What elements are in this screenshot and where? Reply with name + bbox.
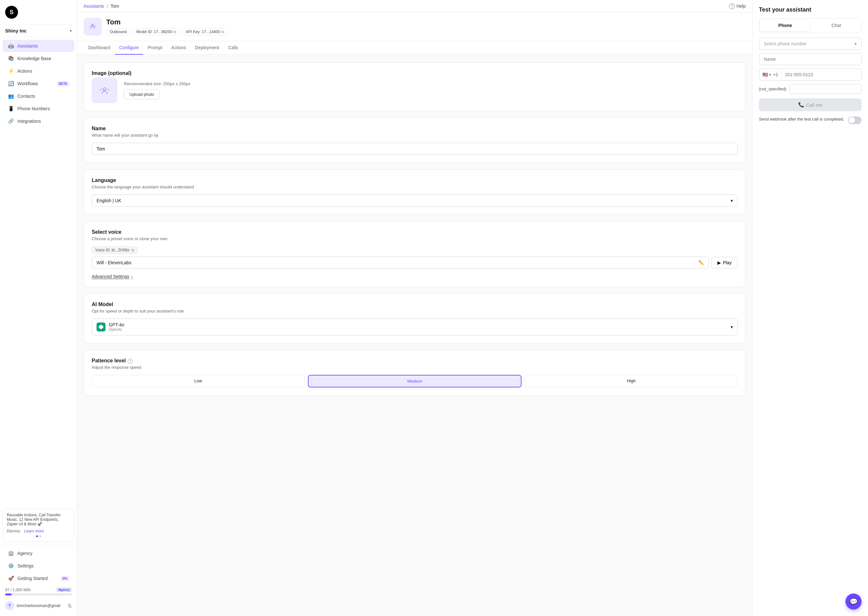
phone-number-input[interactable] bbox=[782, 69, 861, 80]
ai-model-title: AI Model bbox=[92, 302, 738, 307]
sidebar: S Shiny Inc ▾ 🤖 Assistants 📚 Knowledge B… bbox=[0, 0, 77, 616]
sidebar-item-label: Phone Numbers bbox=[17, 106, 50, 111]
sidebar-nav: 🤖 Assistants 📚 Knowledge Base ⚡ Actions … bbox=[0, 37, 77, 506]
configure-content: Image (optional) Recommended size: 250px… bbox=[77, 55, 752, 616]
sidebar-item-label: Assistants bbox=[17, 43, 38, 49]
api-key-copy-icon[interactable]: ⧉ bbox=[221, 30, 224, 34]
svg-point-2 bbox=[103, 88, 106, 90]
patience-info-icon[interactable]: ? bbox=[128, 359, 133, 364]
model-id-tag: Model ID: 17...98200 ⧉ bbox=[133, 28, 180, 35]
sidebar-item-contacts[interactable]: 👥 Contacts bbox=[3, 90, 74, 102]
agency-icon: 🏢 bbox=[8, 550, 14, 556]
sidebar-item-actions[interactable]: ⚡ Actions bbox=[3, 65, 74, 77]
patience-option-1[interactable]: Low bbox=[92, 375, 305, 387]
tab-actions[interactable]: Actions bbox=[167, 41, 191, 55]
webhook-toggle[interactable] bbox=[848, 116, 862, 124]
sidebar-item-integrations[interactable]: 🔗 Integrations bbox=[3, 115, 74, 127]
user-row[interactable]: T tomcharlesosman@gmail ⇅ bbox=[0, 598, 77, 613]
chat-bubble-button[interactable]: 💬 bbox=[846, 594, 862, 610]
patience-option-3[interactable]: High bbox=[525, 375, 738, 387]
image-section: Image (optional) Recommended size: 250px… bbox=[83, 62, 746, 111]
breadcrumb-parent[interactable]: Assistants bbox=[83, 3, 104, 9]
sidebar-item-agency[interactable]: 🏢 Agency bbox=[3, 547, 74, 559]
country-flag-select[interactable]: 🇺🇸 ▾ +1 bbox=[759, 69, 782, 80]
sidebar-item-label: Agency bbox=[17, 551, 33, 556]
promo-card: Reusable Actions, Call Transfer Music, 1… bbox=[3, 509, 74, 541]
phone-select-dropdown[interactable]: Select phone number ▾ bbox=[759, 38, 862, 50]
ai-model-selector[interactable]: GPT-4o OpenAI ▾ bbox=[92, 319, 738, 335]
sidebar-item-label: Integrations bbox=[17, 119, 41, 124]
sidebar-bottom: 🏢 Agency ⚙️ Settings 🚀 Getting Started 0… bbox=[0, 544, 77, 616]
webhook-text: Send webhook after the test call is comp… bbox=[759, 116, 845, 122]
usage-label-text: 97 / 1,000 MIN bbox=[5, 588, 31, 592]
patience-section: Patience level ? Adjust the response spe… bbox=[83, 350, 746, 396]
country-code: +1 bbox=[773, 72, 778, 77]
not-specified-input[interactable] bbox=[789, 84, 862, 94]
caller-name-input[interactable] bbox=[759, 53, 862, 65]
dot-2 bbox=[39, 535, 41, 537]
tab-prompt[interactable]: Prompt bbox=[143, 41, 167, 55]
test-tab-phone[interactable]: Phone bbox=[760, 20, 810, 31]
panel-title: Test your assistant bbox=[759, 6, 862, 13]
phone-select-placeholder: Select phone number bbox=[764, 41, 807, 46]
voice-id-copy-icon[interactable]: ⧉ bbox=[132, 248, 134, 252]
sidebar-item-getting-started[interactable]: 🚀 Getting Started 0% bbox=[3, 572, 74, 585]
upload-photo-button[interactable]: Upload photo bbox=[124, 90, 159, 99]
agency-badge: Agency bbox=[56, 588, 72, 592]
tab-dashboard[interactable]: Dashboard bbox=[83, 41, 115, 55]
voice-input[interactable]: Will - ElevenLabs ✏️ bbox=[92, 256, 709, 269]
test-tab-chat[interactable]: Chat bbox=[811, 19, 862, 32]
content-area: Assistants / Tom ? Help Tom bbox=[77, 0, 752, 616]
usage-section: 97 / 1,000 MIN Agency bbox=[0, 585, 77, 598]
beta-badge: BETA bbox=[57, 81, 69, 86]
phone-input-row: 🇺🇸 ▾ +1 bbox=[759, 69, 862, 81]
configure-tabs: Dashboard Configure Prompt Actions Deplo… bbox=[77, 41, 752, 55]
play-button[interactable]: ▶ Play bbox=[711, 257, 738, 269]
name-section-title: Name bbox=[92, 126, 738, 132]
assistant-avatar bbox=[83, 18, 102, 36]
user-avatar: T bbox=[5, 601, 14, 610]
api-key-tag: API Key: 17...14400 ⧉ bbox=[182, 28, 227, 35]
language-chevron-icon: ▾ bbox=[731, 198, 733, 203]
sidebar-item-assistants[interactable]: 🤖 Assistants bbox=[3, 40, 74, 52]
ai-model-provider: OpenAI bbox=[109, 327, 728, 332]
app-logo: S bbox=[5, 6, 18, 19]
getting-started-progress: 0% bbox=[61, 576, 69, 581]
patience-title: Patience level bbox=[92, 358, 126, 364]
help-button[interactable]: ? Help bbox=[729, 3, 746, 9]
promo-learn-btn[interactable]: Learn more bbox=[24, 529, 44, 533]
breadcrumb-current: Tom bbox=[111, 3, 119, 9]
sidebar-item-knowledge-base[interactable]: 📚 Knowledge Base bbox=[3, 52, 74, 64]
logo-area: S bbox=[0, 0, 77, 25]
advanced-settings-link[interactable]: Advanced Settings › bbox=[92, 274, 738, 279]
tab-deployment[interactable]: Deployment bbox=[191, 41, 224, 55]
tab-configure[interactable]: Configure bbox=[115, 41, 143, 55]
call-me-button[interactable]: 📞 Call me bbox=[759, 98, 862, 111]
top-header: Assistants / Tom ? Help bbox=[77, 0, 752, 13]
tab-calls[interactable]: Calls bbox=[224, 41, 243, 55]
assistant-name-input[interactable] bbox=[92, 143, 738, 155]
patience-option-2[interactable]: Medium bbox=[308, 375, 521, 387]
actions-icon: ⚡ bbox=[8, 68, 14, 74]
language-select[interactable]: English | UK ▾ bbox=[92, 195, 738, 207]
sidebar-item-label: Actions bbox=[17, 69, 32, 74]
promo-text: Reusable Actions, Call Transfer Music, 1… bbox=[7, 513, 60, 526]
ai-model-subtitle: Opt for speed or depth to suit your assi… bbox=[92, 309, 738, 313]
sidebar-item-phone-numbers[interactable]: 📱 Phone Numbers bbox=[3, 102, 74, 115]
integrations-icon: 🔗 bbox=[8, 118, 14, 124]
language-value: English | UK bbox=[96, 198, 121, 203]
image-upload-area: Recommended size: 250px x 250px Upload p… bbox=[92, 77, 738, 103]
model-id-copy-icon[interactable]: ⧉ bbox=[173, 30, 176, 34]
assistants-icon: 🤖 bbox=[8, 43, 14, 49]
chat-bubble-icon: 💬 bbox=[850, 598, 858, 605]
contacts-icon: 👥 bbox=[8, 93, 14, 99]
ai-model-section: AI Model Opt for speed or depth to suit … bbox=[83, 294, 746, 343]
edit-icon[interactable]: ✏️ bbox=[698, 260, 704, 265]
usage-bar-fill bbox=[5, 594, 12, 596]
breadcrumb: Assistants / Tom bbox=[83, 3, 119, 9]
chevron-down-icon: ▾ bbox=[70, 28, 72, 33]
org-selector[interactable]: Shiny Inc ▾ bbox=[0, 25, 77, 37]
sidebar-item-settings[interactable]: ⚙️ Settings bbox=[3, 560, 74, 572]
promo-dismiss-btn[interactable]: Dismiss bbox=[7, 529, 20, 533]
sidebar-item-workflows[interactable]: 🔄 Workflows BETA bbox=[3, 77, 74, 90]
